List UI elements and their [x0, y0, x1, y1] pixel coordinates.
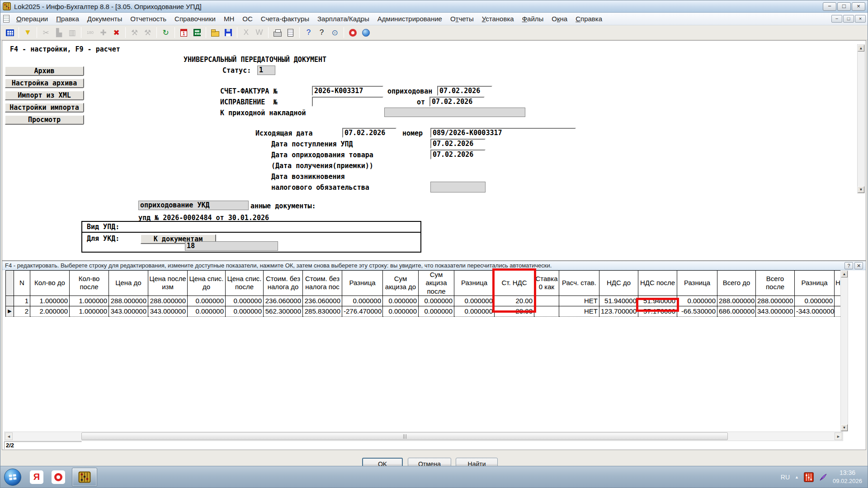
grid-cell[interactable]: 285.830000 [303, 306, 342, 316]
grid-cell[interactable]: 1.000000 [30, 296, 70, 306]
menu-item-Файлы[interactable]: Файлы [518, 13, 548, 24]
grid-cell[interactable]: 51.940000 [638, 296, 677, 306]
menu-item-Счета-фактуры[interactable]: Счета-фактуры [257, 13, 313, 24]
outgoing-number-input[interactable] [430, 128, 576, 138]
grid-cell[interactable] [534, 306, 559, 316]
grid-cell[interactable]: 1.000000 [70, 296, 109, 306]
grid-cell[interactable]: 20.00 [495, 296, 534, 306]
preview-icon[interactable] [284, 27, 297, 38]
grid-cell[interactable]: 686.000000 [717, 306, 756, 316]
panel-help-button[interactable]: ? [844, 262, 853, 269]
scroll-down-icon[interactable]: ▼ [858, 186, 864, 193]
start-button[interactable] [4, 469, 21, 486]
menu-item-ОС[interactable]: ОС [238, 13, 257, 24]
grid-cell[interactable]: 51.940000 [599, 296, 638, 306]
grid-row-2[interactable]: ▶22.0000001.000000343.000000343.0000000.… [6, 306, 841, 316]
grid-cell[interactable]: 0.000000 [383, 306, 419, 316]
grid-cell[interactable]: 0.000000 [226, 296, 264, 306]
support-icon[interactable] [347, 27, 359, 38]
save-icon[interactable] [222, 27, 234, 38]
grid-row-1[interactable]: 11.0000001.000000288.000000288.0000000.0… [6, 296, 841, 306]
menu-item-Отчетность[interactable]: Отчетность [126, 13, 170, 24]
grid-cell[interactable] [835, 296, 841, 306]
grid-cell[interactable]: -343.000000 [795, 306, 835, 316]
refresh-icon[interactable]: ↻ [160, 27, 172, 38]
open-folder-icon[interactable] [209, 27, 221, 38]
about-icon[interactable]: ⊙ [329, 27, 341, 38]
grid-cell[interactable]: -66.530000 [677, 306, 717, 316]
menu-item-Правка[interactable]: Правка [52, 13, 83, 24]
tax-date-field[interactable] [430, 182, 486, 192]
menu-item-МН[interactable]: МН [220, 13, 238, 24]
archive-settings-button[interactable]: Настройка архива [5, 78, 84, 88]
scroll-right-icon[interactable]: ► [835, 432, 842, 440]
grid-cell[interactable]: 0.000000 [454, 296, 495, 306]
outgoing-date-input[interactable] [342, 128, 396, 138]
close-button[interactable]: × [852, 2, 865, 11]
grid-cell[interactable]: 0.000000 [419, 306, 454, 316]
grid-cell[interactable]: 0.000000 [342, 296, 383, 306]
scroll-left-icon[interactable]: ◄ [5, 432, 13, 440]
tray-abacus-icon[interactable] [804, 472, 814, 482]
linked-doc-type-field[interactable]: оприходование УКД [138, 201, 249, 210]
grid-cell[interactable]: 2 [14, 306, 30, 316]
grid-cell[interactable]: -276.470000 [342, 306, 383, 316]
grid-scroll-down-icon[interactable]: ▼ [841, 424, 848, 431]
menu-item-Справочники[interactable]: Справочники [170, 13, 220, 24]
grid-cell[interactable]: 0.000000 [188, 296, 226, 306]
grid-cell[interactable]: 1 [14, 296, 30, 306]
clock[interactable]: 13:36 09.02.2026 [833, 469, 862, 486]
correction-date-input[interactable] [429, 97, 485, 107]
grid-cell[interactable]: 123.700000 [599, 306, 638, 316]
import-settings-button[interactable]: Настройки импорта [5, 103, 84, 113]
grid-cell[interactable]: 343.000000 [109, 306, 148, 316]
grid-cell[interactable]: 343.000000 [148, 306, 188, 316]
goods-date-input[interactable] [430, 150, 486, 160]
tray-expand-icon[interactable]: ▲ [795, 475, 799, 479]
journal-grid-icon[interactable] [4, 27, 16, 38]
grid-cell[interactable]: 288.000000 [756, 296, 795, 306]
menu-item-Отчеты[interactable]: Отчеты [446, 13, 478, 24]
language-indicator[interactable]: RU [781, 474, 790, 481]
received-date-input[interactable] [437, 86, 492, 96]
maximize-button[interactable]: □ [837, 2, 851, 11]
menu-item-Установка[interactable]: Установка [478, 13, 518, 24]
taskbar-infobuhgalter-button[interactable] [72, 468, 97, 487]
grid-cell[interactable]: 288.000000 [148, 296, 188, 306]
mdi-minimize-button[interactable]: − [831, 15, 842, 23]
mdi-restore-button[interactable]: □ [843, 15, 854, 23]
grid-vertical-scrollbar[interactable]: ▲ ▼ [840, 270, 848, 432]
grid-cell[interactable]: 0.000000 [677, 296, 717, 306]
ukd-code-field[interactable]: 18 [185, 241, 278, 251]
grid-scroll-up-icon[interactable]: ▲ [841, 271, 848, 277]
preview-button[interactable]: Просмотр [5, 115, 84, 125]
form-scrollbar[interactable]: ▲ ▼ [857, 44, 865, 193]
upd-receipt-date-input[interactable] [430, 139, 486, 149]
grid-cell[interactable]: 57.170000 [638, 306, 677, 316]
internet-icon[interactable] [360, 27, 372, 38]
help-icon[interactable]: ? [302, 27, 315, 38]
grid-cell[interactable]: 1.000000 [70, 306, 109, 316]
grid-cell[interactable]: НЕТ [559, 296, 599, 306]
browser-icon[interactable] [49, 468, 67, 486]
child-window-icon[interactable] [3, 15, 9, 23]
grid-cell[interactable]: 0.000000 [454, 306, 495, 316]
grid-cell[interactable]: 2.000000 [30, 306, 70, 316]
grid-cell[interactable]: 0.000000 [188, 306, 226, 316]
menu-item-Окна[interactable]: Окна [547, 13, 571, 24]
grid-cell[interactable]: 562.300000 [264, 306, 303, 316]
print-icon[interactable] [271, 27, 283, 38]
menu-item-Зарплата/Кадры[interactable]: Зарплата/Кадры [313, 13, 373, 24]
menu-item-Документы[interactable]: Документы [83, 13, 126, 24]
filter-icon[interactable]: ▼ [22, 27, 34, 38]
tray-quill-icon[interactable] [819, 473, 828, 482]
archive-button[interactable]: Архив [5, 66, 84, 76]
grid-cell[interactable] [534, 296, 559, 306]
grid-cell[interactable]: 343.000000 [756, 306, 795, 316]
grid-cell[interactable]: 0.000000 [795, 296, 835, 306]
calculator-icon[interactable] [191, 27, 203, 38]
calendar-icon[interactable]: 1 [178, 27, 190, 38]
grid-cell[interactable]: 236.060000 [264, 296, 303, 306]
grid-cell[interactable]: 0.000000 [419, 296, 454, 306]
grid-cell[interactable]: 288.000000 [717, 296, 756, 306]
